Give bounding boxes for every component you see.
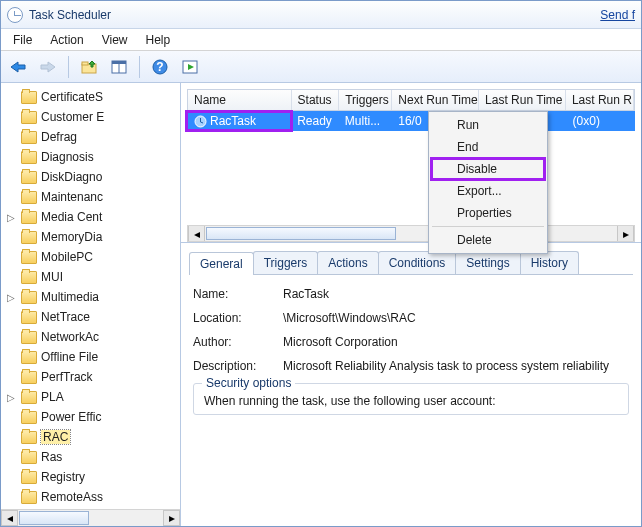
tree-item-memorydia[interactable]: MemoryDia <box>19 227 180 247</box>
svg-text:?: ? <box>156 60 163 74</box>
panel-button[interactable] <box>106 55 132 79</box>
tree-item-mobilepc[interactable]: MobilePC <box>19 247 180 267</box>
tree-item-label: Offline File <box>41 350 98 364</box>
menu-help[interactable]: Help <box>138 31 179 49</box>
separator <box>68 56 69 78</box>
tree-item-label: PerfTrack <box>41 370 93 384</box>
tab-settings[interactable]: Settings <box>455 251 520 274</box>
context-delete[interactable]: Delete <box>431 229 545 251</box>
folder-up-button[interactable] <box>76 55 102 79</box>
tree-hscrollbar[interactable]: ◂ ▸ <box>1 509 180 526</box>
tree-item-label: DiskDiagno <box>41 170 102 184</box>
scroll-thumb[interactable] <box>206 227 396 240</box>
folder-icon <box>21 471 37 484</box>
menu-view[interactable]: View <box>94 31 136 49</box>
run-button[interactable] <box>177 55 203 79</box>
folder-icon <box>21 351 37 364</box>
tree-item-label: NetworkAc <box>41 330 99 344</box>
folder-icon <box>21 431 37 444</box>
folder-icon <box>21 451 37 464</box>
context-disable[interactable]: Disable <box>431 158 545 180</box>
tab-conditions[interactable]: Conditions <box>378 251 457 274</box>
scroll-track[interactable] <box>205 226 617 241</box>
task-scheduler-window: Task Scheduler Send f File Action View H… <box>0 0 642 527</box>
tab-actions[interactable]: Actions <box>317 251 378 274</box>
tree-item-diskdiagno[interactable]: DiskDiagno <box>19 167 180 187</box>
context-properties[interactable]: Properties <box>431 202 545 224</box>
svg-rect-3 <box>112 61 126 64</box>
tree-item-nettrace[interactable]: NetTrace <box>19 307 180 327</box>
scroll-thumb[interactable] <box>19 511 89 525</box>
tree-item-customere[interactable]: Customer E <box>19 107 180 127</box>
tree-item-remoteass[interactable]: RemoteAss <box>19 487 180 507</box>
help-button[interactable]: ? <box>147 55 173 79</box>
value-name: RacTask <box>283 287 629 301</box>
menu-file[interactable]: File <box>5 31 40 49</box>
scroll-left-icon[interactable]: ◂ <box>188 226 205 241</box>
back-button[interactable] <box>5 55 31 79</box>
tree-item-mediacent[interactable]: ▷Media Cent <box>19 207 180 227</box>
tree-item-ras[interactable]: Ras <box>19 447 180 467</box>
tree-panel[interactable]: CertificateSCustomer EDefragDiagnosisDis… <box>1 83 181 526</box>
cell-triggers: Multi... <box>339 112 392 130</box>
folder-icon <box>21 331 37 344</box>
context-end[interactable]: End <box>431 136 545 158</box>
column-status[interactable]: Status <box>292 90 340 110</box>
column-lastruntime[interactable]: Last Run Time <box>479 90 566 110</box>
value-location: \Microsoft\Windows\RAC <box>283 311 629 325</box>
tab-general[interactable]: General <box>189 252 254 275</box>
cell-result: (0x0) <box>567 112 635 130</box>
table-row[interactable]: RacTask Ready Multi... 16/0 (0x0) <box>187 111 635 131</box>
tree-item-perftrack[interactable]: PerfTrack <box>19 367 180 387</box>
tree-item-label: Power Effic <box>41 410 101 424</box>
scroll-right-icon[interactable]: ▸ <box>617 226 634 241</box>
column-nextruntime[interactable]: Next Run Time <box>392 90 479 110</box>
tree-item-powereffic[interactable]: Power Effic <box>19 407 180 427</box>
cell-name[interactable]: RacTask <box>187 112 291 130</box>
tree-item-certificates[interactable]: CertificateS <box>19 87 180 107</box>
tree-item-rac[interactable]: RAC <box>19 427 180 447</box>
tree-item-diagnosis[interactable]: Diagnosis <box>19 147 180 167</box>
scroll-left-icon[interactable]: ◂ <box>1 510 18 526</box>
tree-item-label: NetTrace <box>41 310 90 324</box>
folder-icon <box>21 211 37 224</box>
folder-icon <box>21 91 37 104</box>
label-author: Author: <box>193 335 283 349</box>
tabs: GeneralTriggersActionsConditionsSettings… <box>189 251 633 275</box>
titlebar: Task Scheduler Send f <box>1 1 641 29</box>
tree-item-maintenanc[interactable]: Maintenanc <box>19 187 180 207</box>
general-form: Name: RacTask Location: \Microsoft\Windo… <box>189 275 633 415</box>
tree-item-pla[interactable]: ▷PLA <box>19 387 180 407</box>
tree-item-registry[interactable]: Registry <box>19 467 180 487</box>
tree-item-label: PLA <box>41 390 64 404</box>
tree-item-mui[interactable]: MUI <box>19 267 180 287</box>
scroll-track[interactable] <box>18 510 163 526</box>
column-headers[interactable]: NameStatusTriggersNext Run TimeLast Run … <box>187 89 635 111</box>
svg-rect-1 <box>82 62 88 65</box>
scroll-right-icon[interactable]: ▸ <box>163 510 180 526</box>
tree-item-label: RemoteAss <box>41 490 103 504</box>
tree-item-defrag[interactable]: Defrag <box>19 127 180 147</box>
folder-icon <box>21 411 37 424</box>
column-lastrunr[interactable]: Last Run R <box>566 90 634 110</box>
list-hscrollbar[interactable]: ◂ ▸ <box>187 225 635 242</box>
separator <box>139 56 140 78</box>
tab-triggers[interactable]: Triggers <box>253 251 319 274</box>
expand-icon[interactable]: ▷ <box>5 212 17 223</box>
expand-icon[interactable]: ▷ <box>5 392 17 403</box>
context-run[interactable]: Run <box>431 114 545 136</box>
security-legend: Security options <box>202 376 295 390</box>
tree-item-label: Multimedia <box>41 290 99 304</box>
send-link[interactable]: Send f <box>600 8 635 22</box>
column-name[interactable]: Name <box>188 90 292 110</box>
tree-item-offlinefile[interactable]: Offline File <box>19 347 180 367</box>
tab-history[interactable]: History <box>520 251 579 274</box>
folder-icon <box>21 271 37 284</box>
column-triggers[interactable]: Triggers <box>339 90 392 110</box>
tree-item-networkac[interactable]: NetworkAc <box>19 327 180 347</box>
menu-action[interactable]: Action <box>42 31 91 49</box>
tree-item-multimedia[interactable]: ▷Multimedia <box>19 287 180 307</box>
context-export[interactable]: Export... <box>431 180 545 202</box>
forward-button[interactable] <box>35 55 61 79</box>
expand-icon[interactable]: ▷ <box>5 292 17 303</box>
